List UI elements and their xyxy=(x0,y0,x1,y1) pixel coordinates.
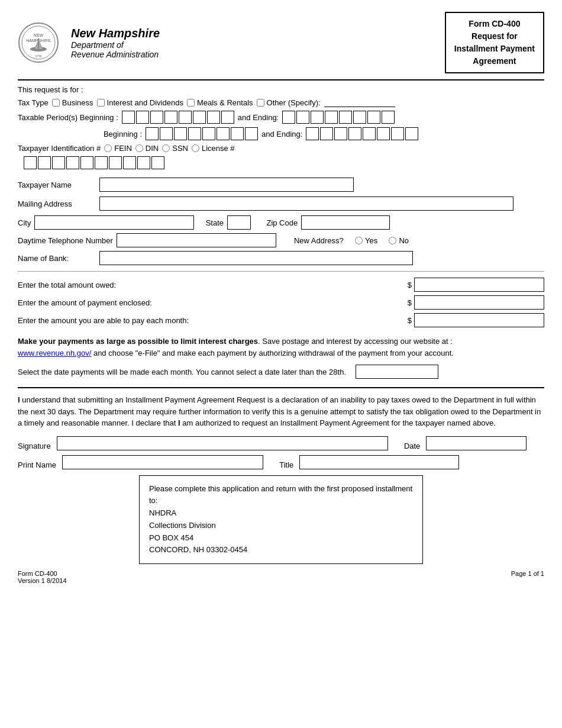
business-checkbox[interactable] xyxy=(52,99,60,107)
period1-begin-d4[interactable] xyxy=(164,111,177,124)
header-divider xyxy=(18,79,544,80)
license-radio-item: License # xyxy=(192,144,235,153)
phone-input[interactable] xyxy=(117,233,276,247)
sig-date-input[interactable] xyxy=(426,436,527,450)
city-input[interactable] xyxy=(34,215,194,230)
id-box-3[interactable] xyxy=(52,156,65,169)
period1-end-d2[interactable] xyxy=(296,111,309,124)
form-sub3: Agreement xyxy=(454,55,535,67)
period1-end-d5[interactable] xyxy=(339,111,352,124)
period2-begin-d8[interactable] xyxy=(245,127,258,140)
period2-end-d1[interactable] xyxy=(306,127,319,140)
id-box-4[interactable] xyxy=(66,156,79,169)
mailing-address-label: Mailing Address xyxy=(18,199,95,208)
period2-begin-d2[interactable] xyxy=(160,127,173,140)
interest-label: Interest and Dividends xyxy=(107,98,183,107)
print-name-row: Print Name Title xyxy=(18,455,544,469)
period1-begin-d3[interactable] xyxy=(150,111,163,124)
period1-begin-d2[interactable] xyxy=(136,111,149,124)
id-box-7[interactable] xyxy=(109,156,122,169)
phone-address-row: Daytime Telephone Number New Address? Ye… xyxy=(18,233,544,247)
period1-begin-d7[interactable] xyxy=(207,111,220,124)
period1-end-d4[interactable] xyxy=(325,111,338,124)
return-address-box: Please complete this application and ret… xyxy=(139,475,423,565)
id-box-8[interactable] xyxy=(123,156,136,169)
period2-end-d2[interactable] xyxy=(320,127,333,140)
total-owed-label: Enter the total amount owed: xyxy=(18,281,116,289)
period2-begin-d1[interactable] xyxy=(146,127,159,140)
phone-label: Daytime Telephone Number xyxy=(18,236,113,245)
and-ending-label2: and Ending: xyxy=(261,130,302,138)
period1-begin-d1[interactable] xyxy=(122,111,135,124)
mailing-address-input[interactable] xyxy=(99,197,513,211)
monthly-payment-input[interactable] xyxy=(414,313,544,327)
interest-checkbox[interactable] xyxy=(97,99,105,107)
period2-begin-d7[interactable] xyxy=(231,127,244,140)
section-divider2 xyxy=(18,387,544,388)
form-title-box: Form CD-400 Request for Installment Paym… xyxy=(445,12,544,73)
bank-input[interactable] xyxy=(99,251,413,265)
ssn-label: SSN xyxy=(172,144,188,153)
page-header: NEW HAMPSHIRE 1776 New Hampshire Departm… xyxy=(18,12,544,73)
signature-row: Signature Date xyxy=(18,436,544,450)
period2-end-d4[interactable] xyxy=(348,127,361,140)
svg-text:NEW: NEW xyxy=(34,33,44,37)
page-footer: Form CD-400 Version 1 8/2014 Page 1 of 1 xyxy=(18,570,544,584)
taxpayer-name-input[interactable] xyxy=(99,178,354,192)
period2-begin-d5[interactable] xyxy=(202,127,215,140)
taxable-beginning-label: Taxable Period(s) Beginning : xyxy=(18,113,118,122)
meals-label: Meals & Rentals xyxy=(197,98,253,107)
period1-begin-d8[interactable] xyxy=(221,111,234,124)
zip-input[interactable] xyxy=(301,215,390,230)
footer-form-id: Form CD-400 Version 1 8/2014 xyxy=(18,570,67,584)
id-box-9[interactable] xyxy=(137,156,150,169)
period1-begin-d6[interactable] xyxy=(193,111,206,124)
svg-text:1776: 1776 xyxy=(35,54,41,58)
period2-end-d6[interactable] xyxy=(377,127,390,140)
form-sub2: Installment Payment xyxy=(454,43,535,55)
notice-section: Make your payments as large as possible … xyxy=(18,336,544,359)
period2-end-d7[interactable] xyxy=(391,127,404,140)
other-checkbox[interactable] xyxy=(257,99,264,107)
print-name-input[interactable] xyxy=(62,455,263,469)
declaration-text: I understand that submitting an Installm… xyxy=(18,394,544,429)
period2-end-d3[interactable] xyxy=(334,127,347,140)
id-box-2[interactable] xyxy=(38,156,51,169)
ssn-radio[interactable] xyxy=(162,144,170,152)
city-state-zip-row: City State Zip Code xyxy=(18,215,544,230)
total-owed-input[interactable] xyxy=(414,278,544,292)
id-box-1[interactable] xyxy=(24,156,37,169)
title-input[interactable] xyxy=(299,455,459,469)
meals-checkbox[interactable] xyxy=(187,99,195,107)
id-box-5[interactable] xyxy=(80,156,93,169)
license-radio[interactable] xyxy=(192,144,199,152)
taxable-period-row1: Taxable Period(s) Beginning : and Ending… xyxy=(18,111,544,124)
yes-radio[interactable] xyxy=(355,237,363,244)
state-input[interactable] xyxy=(227,215,251,230)
state-label: State xyxy=(206,218,224,227)
period2-begin-d3[interactable] xyxy=(174,127,187,140)
period1-end-d8[interactable] xyxy=(382,111,395,124)
period2-end-d8[interactable] xyxy=(405,127,418,140)
period1-begin-d5[interactable] xyxy=(179,111,192,124)
signature-label: Signature xyxy=(18,442,51,450)
dollar-sign-3: $ xyxy=(408,316,412,325)
no-radio[interactable] xyxy=(389,237,396,244)
period2-end-d5[interactable] xyxy=(363,127,376,140)
period2-begin-d6[interactable] xyxy=(217,127,230,140)
period2-begin-d4[interactable] xyxy=(188,127,201,140)
period1-end-d3[interactable] xyxy=(311,111,324,124)
svg-rect-6 xyxy=(38,38,39,49)
website-link[interactable]: www.revenue.nh.gov/ xyxy=(18,349,91,357)
id-box-10[interactable] xyxy=(151,156,164,169)
signature-input[interactable] xyxy=(57,436,388,450)
din-radio[interactable] xyxy=(135,144,143,152)
fein-radio[interactable] xyxy=(104,144,112,152)
payment-date-input[interactable] xyxy=(356,365,438,379)
period1-end-d1[interactable] xyxy=(282,111,295,124)
i-bold: I xyxy=(178,418,180,427)
id-box-6[interactable] xyxy=(95,156,108,169)
period1-end-d7[interactable] xyxy=(367,111,380,124)
period1-end-d6[interactable] xyxy=(353,111,366,124)
payment-enclosed-input[interactable] xyxy=(414,295,544,310)
